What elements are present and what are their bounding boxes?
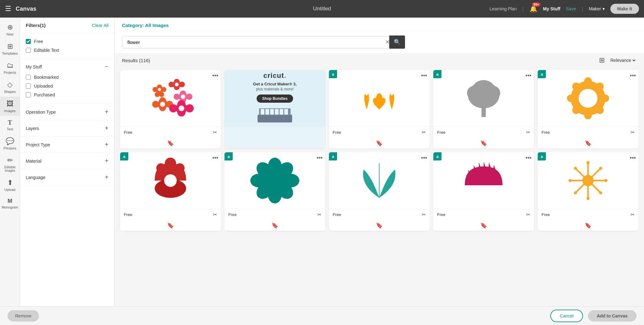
image-card-10[interactable]: a •••	[538, 152, 638, 231]
operation-type-header[interactable]: Operation Type +	[26, 108, 108, 116]
filter-uploaded-checkbox[interactable]	[26, 84, 31, 89]
card-10-bookmark-button[interactable]: 🔖	[585, 222, 591, 229]
maker-selector[interactable]: Maker ▾	[589, 6, 605, 11]
image-card-4[interactable]: a •••	[433, 70, 534, 149]
svg-rect-35	[265, 109, 269, 115]
svg-point-56	[165, 158, 176, 169]
filter-bookmarked-row: Bookmarked	[26, 73, 108, 82]
cancel-button[interactable]: Cancel	[550, 310, 583, 322]
sidebar-item-editable-images[interactable]: ✏ Editable Images	[0, 153, 20, 176]
project-type-header[interactable]: Project Type +	[26, 141, 108, 148]
sidebar-item-text[interactable]: T Text	[0, 116, 20, 134]
card-8-price: Free	[333, 212, 341, 217]
filter-bookmarked-label[interactable]: Bookmarked	[34, 75, 59, 80]
sidebar-item-templates[interactable]: ⊞ Templates	[0, 39, 20, 58]
my-stuff-link[interactable]: My Stuff	[543, 6, 560, 11]
sidebar-label-monogram: Monogram	[2, 205, 18, 209]
sidebar-item-images[interactable]: 🖼 Images	[0, 97, 20, 116]
add-to-canvas-button[interactable]: Add to Canvas	[588, 310, 636, 322]
card-9-bookmark-button[interactable]: 🔖	[480, 222, 487, 229]
clear-all-button[interactable]: Clear All	[92, 23, 108, 28]
sidebar-item-new[interactable]: ⊕ New	[0, 20, 20, 39]
card-5-bookmark-button[interactable]: 🔖	[585, 140, 591, 147]
language-header[interactable]: Language +	[26, 174, 108, 181]
document-title[interactable]: Untitled	[313, 6, 331, 12]
card-7-bookmark-row: 🔖	[225, 220, 325, 231]
card-7-badge: a	[225, 152, 233, 160]
save-link[interactable]: Save	[566, 6, 576, 11]
image-card-1[interactable]: •••	[120, 70, 221, 149]
card-8-scissors-icon: ✂	[422, 212, 426, 218]
card-10-menu-button[interactable]: •••	[630, 155, 636, 161]
filter-editable-text-checkbox[interactable]	[26, 48, 31, 53]
card-4-bookmark-button[interactable]: 🔖	[480, 140, 487, 147]
filter-purchased-checkbox[interactable]	[26, 92, 31, 97]
ad-shop-button[interactable]: Shop Bundles	[257, 95, 293, 103]
svg-point-87	[586, 197, 590, 200]
svg-line-82	[576, 169, 584, 177]
card-9-menu-button[interactable]: •••	[525, 155, 531, 161]
filter-free-label[interactable]: Free	[34, 39, 43, 44]
remove-button[interactable]: Remove	[8, 310, 39, 322]
svg-point-47	[579, 89, 597, 108]
sidebar-label-templates: Templates	[2, 51, 18, 55]
filter-my-stuff-section: My Stuff − Bookmarked Uploaded Purchased	[20, 59, 114, 104]
search-clear-button[interactable]: ✕	[385, 39, 390, 46]
svg-point-58	[175, 163, 185, 173]
image-card-8[interactable]: a ••• Free ✂	[329, 152, 430, 231]
sidebar-item-monogram[interactable]: M Monogram	[0, 195, 20, 212]
card-4-image-area: a •••	[433, 70, 534, 127]
image-card-7[interactable]: a •••	[225, 152, 325, 231]
main-content: Category: All Images ✕ 🔍 Results (116) ⊞…	[114, 18, 644, 325]
learning-plan-link[interactable]: Learning Plan	[490, 6, 517, 11]
card-9-price: Free	[437, 212, 446, 217]
card-6-menu-button[interactable]: •••	[212, 155, 218, 161]
sidebar-item-projects[interactable]: 🗂 Projects	[0, 58, 20, 78]
filter-editable-text-label[interactable]: Editable Text	[34, 48, 59, 53]
sidebar-item-upload[interactable]: ⬆ Upload	[0, 176, 20, 195]
card-6-bookmark-button[interactable]: 🔖	[167, 222, 174, 229]
image-card-5[interactable]: a •••	[538, 70, 638, 149]
filter-panel: Filters(1) Clear All Free Editable Text …	[20, 18, 114, 325]
svg-point-13	[175, 83, 179, 86]
card-1-menu-button[interactable]: •••	[212, 73, 218, 79]
flower-starburst-svg	[563, 157, 613, 204]
notification-bell[interactable]: 🔔 99+	[530, 5, 537, 13]
top-navigation: ☰ Canvas Untitled Learning Plan | 🔔 99+ …	[0, 0, 644, 18]
card-3-menu-button[interactable]: •••	[421, 73, 427, 79]
image-card-ad[interactable]: cricut. Get a Cricut Maker® 3, plus mate…	[225, 70, 325, 149]
card-7-bookmark-button[interactable]: 🔖	[271, 222, 278, 229]
image-card-9[interactable]: a •••	[433, 152, 534, 231]
card-5-price: Free	[541, 130, 550, 135]
card-1-bookmark-button[interactable]: 🔖	[167, 140, 174, 147]
card-8-bookmark-button[interactable]: 🔖	[376, 222, 383, 229]
card-10-bookmark-row: 🔖	[538, 220, 638, 231]
filter-free-checkbox[interactable]	[26, 39, 31, 44]
grid-view-toggle[interactable]: ⊞	[599, 56, 605, 64]
hamburger-menu-icon[interactable]: ☰	[5, 5, 11, 13]
card-6-scissors-icon: ✂	[213, 212, 217, 218]
sort-dropdown[interactable]: Relevance	[609, 57, 636, 63]
card-4-menu-button[interactable]: •••	[525, 73, 531, 79]
filter-purchased-label[interactable]: Purchased	[34, 92, 55, 97]
card-3-bookmark-button[interactable]: 🔖	[376, 140, 383, 147]
make-it-button[interactable]: Make It	[610, 4, 639, 14]
svg-point-69	[267, 172, 283, 189]
my-stuff-collapse-icon[interactable]: −	[105, 63, 108, 70]
layers-header[interactable]: Layers +	[26, 125, 108, 132]
search-submit-button[interactable]: 🔍	[389, 35, 405, 49]
card-7-menu-button[interactable]: •••	[317, 155, 323, 161]
material-header[interactable]: Material +	[26, 157, 108, 165]
image-card-6[interactable]: a •••	[120, 152, 221, 231]
sidebar-item-phrases[interactable]: 💬 Phrases	[0, 134, 20, 153]
filter-uploaded-label[interactable]: Uploaded	[34, 84, 53, 89]
filter-bookmarked-checkbox[interactable]	[26, 75, 31, 80]
search-input[interactable]	[122, 36, 389, 48]
editable-images-icon: ✏	[7, 156, 13, 165]
search-container: ✕ 🔍	[122, 35, 405, 49]
card-5-menu-button[interactable]: •••	[630, 73, 636, 79]
svg-point-25	[160, 102, 165, 107]
sidebar-item-shapes[interactable]: ◇ Shapes	[0, 78, 20, 97]
card-8-menu-button[interactable]: •••	[421, 155, 427, 161]
image-card-3[interactable]: a •••	[329, 70, 430, 149]
